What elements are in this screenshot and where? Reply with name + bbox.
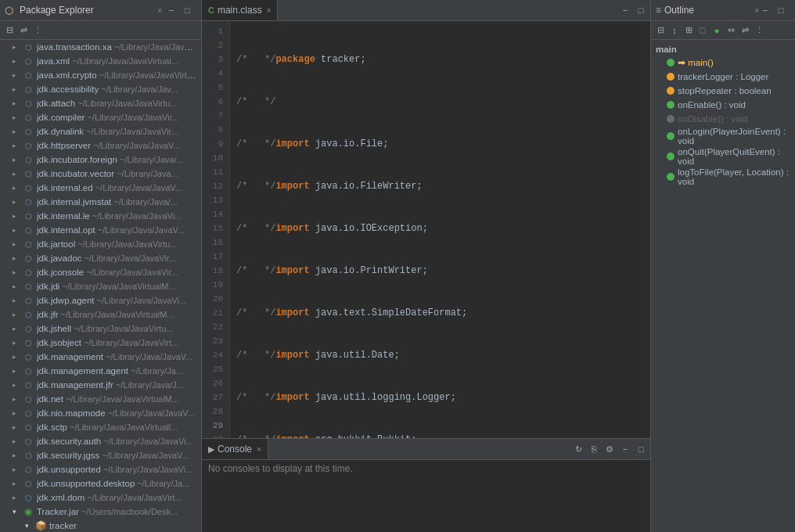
pkg-icon: ⬡: [22, 55, 34, 67]
console-message: No consoles to display at this time.: [208, 463, 353, 474]
pkg-icon: ⬡: [22, 322, 34, 335]
tree-item-jdk-xml-dom[interactable]: ▸ ⬡ jdk.xml.dom ~/Library/Java/JavaVirt.…: [0, 491, 201, 505]
editor-tab-main-class[interactable]: C main.class ×: [202, 0, 278, 20]
tree-item-jdk-jshell[interactable]: ▸ ⬡ jdk.jshell ~/Library/Java/JavaVirtu.…: [0, 322, 201, 336]
outline-item-onDisable[interactable]: onDisable() : void: [651, 112, 795, 126]
outline-view-menu-btn[interactable]: ⋮: [753, 24, 765, 37]
tree-item-tracker-pkg[interactable]: ▾ 📦 tracker: [0, 519, 201, 532]
tree-item-jdk-jconsole[interactable]: ▸ ⬡ jdk.jconsole ~/Library/Java/JavaVir.…: [0, 265, 201, 279]
outline-tree[interactable]: main ➡ main() trackerLogger : Logger sto…: [651, 40, 795, 532]
tree-item-jdk-net[interactable]: ▸ ⬡ jdk.net ~/Library/Java/JavaVirtualM.…: [0, 392, 201, 406]
console-tab[interactable]: ▶ Console ×: [202, 439, 268, 459]
console-scroll-lock-btn[interactable]: ↻: [572, 443, 585, 455]
outline-collapse-btn[interactable]: ⊟: [654, 24, 667, 37]
tree-item-jdk-jdi[interactable]: ▸ ⬡ jdk.jdi ~/Library/Java/JavaVirtualM.…: [0, 279, 201, 293]
outline-method-label-4: onLogin(PlayerJoinEvent) : void: [678, 127, 790, 146]
package-explorer-close-btn[interactable]: ×: [157, 6, 162, 15]
tree-item-jdk-internal-ed[interactable]: ▸ ⬡ jdk.internal.ed ~/Library/Java/JavaV…: [0, 181, 201, 195]
tree-item-jdk-httpserver[interactable]: ▸ ⬡ jdk.httpserver ~/Library/Java/JavaV.…: [0, 138, 201, 153]
tree-item-jdk-dynalink[interactable]: ▸ ⬡ jdk.dynalink ~/Library/Java/JavaVir.…: [0, 124, 201, 138]
tree-item-jdk-internal-le[interactable]: ▸ ⬡ jdk.internal.le ~/Library/Java/JavaV…: [0, 209, 201, 223]
pkg-icon: ⬡: [22, 407, 34, 419]
minimize-btn[interactable]: −: [165, 4, 178, 16]
tree-item-jdk-accessibility[interactable]: ▸ ⬡ jdk.accessibility ~/Library/Java/Jav…: [0, 82, 201, 96]
tree-item-jdk-management[interactable]: ▸ ⬡ jdk.management ~/Library/Java/JavaV.…: [0, 350, 201, 364]
pkg-icon: ⬡: [22, 196, 34, 208]
tree-item-jdk-nio-mapmode[interactable]: ▸ ⬡ jdk.nio.mapmode ~/Library/Java/JavaV…: [0, 406, 201, 420]
tree-item-jdk-internal-opt[interactable]: ▸ ⬡ jdk.internal.opt ~/Library/Java/Java…: [0, 223, 201, 237]
tree-item-jdk-management-jfr[interactable]: ▸ ⬡ jdk.management.jfr ~/Library/Java/J.…: [0, 378, 201, 392]
code-scroll-area[interactable]: 1 2 3 4 5 6 7 8 9 10 11 12 13 14 15 16 1: [202, 21, 650, 438]
tree-item-jdk-incubator-foreign[interactable]: ▸ ⬡ jdk.incubator.foreign ~/Library/Java…: [0, 153, 201, 167]
outline-class-name: main: [651, 43, 795, 56]
tree-item-jdk-security-auth[interactable]: ▸ ⬡ jdk.security.auth ~/Library/Java/Jav…: [0, 434, 201, 448]
console-tab-close-btn[interactable]: ×: [257, 445, 261, 454]
pkg-icon: ⬡: [22, 153, 34, 166]
outline-hide-static-btn[interactable]: ●: [710, 24, 723, 37]
outline-item-onLogin[interactable]: onLogin(PlayerJoinEvent) : void: [651, 126, 795, 146]
outline-link-btn[interactable]: ⇌: [739, 24, 751, 37]
editor-tab-close-btn[interactable]: ×: [267, 6, 272, 15]
tree-item-java-xml-crypto[interactable]: ▸ ⬡ java.xml.crypto ~/Library/Java/JavaV…: [0, 68, 201, 82]
outline-filter-btn[interactable]: ⊞: [682, 24, 695, 37]
tree-item-jdk-security-jgss[interactable]: ▸ ⬡ jdk.security.jgss ~/Library/Java/Jav…: [0, 448, 201, 462]
console-actions: ↻ ⎘ ⚙ − □: [572, 443, 650, 455]
package-explorer-header: ⬡ Package Explorer × − □: [0, 0, 201, 21]
editor-tab-bar: C main.class × − □: [202, 0, 650, 21]
console-copy-btn[interactable]: ⎘: [588, 443, 600, 455]
pkg-icon: ⬡: [22, 139, 34, 152]
pkg-icon: ⬡: [22, 252, 34, 264]
method-visibility-icon-3: [667, 115, 674, 123]
tree-item-jdk-internal-jvmstat[interactable]: ▸ ⬡ jdk.internal.jvmstat ~/Library/Java/…: [0, 195, 201, 209]
outline-sort-btn[interactable]: ↕: [668, 24, 681, 37]
view-menu-btn[interactable]: ⋮: [31, 24, 44, 37]
editor-maximize-btn[interactable]: □: [635, 4, 647, 16]
method-visibility-icon: [667, 59, 674, 66]
outline-item-onEnable[interactable]: onEnable() : void: [651, 98, 795, 112]
tree-item-jdk-attach[interactable]: ▸ ⬡ jdk.attach ~/Library/Java/JavaVirtu.…: [0, 96, 201, 110]
outline-hide-fields-btn[interactable]: ◌: [696, 24, 709, 37]
outline-item-stopRepeater[interactable]: stopRepeater : boolean: [651, 84, 795, 98]
maximize-btn[interactable]: □: [181, 4, 193, 16]
outline-header-icon: ≡: [656, 5, 661, 16]
code-line-6: /* */ import java.io.PrintWriter;: [236, 264, 650, 278]
outline-item-main-method[interactable]: ➡ main(): [651, 56, 795, 70]
tree-item-jdk-incubator-vector[interactable]: ▸ ⬡ jdk.incubator.vector ~/Library/Java.…: [0, 167, 201, 181]
code-content[interactable]: /* */ package tracker; /* */ /* */ impor…: [230, 21, 650, 438]
outline-item-logToFile[interactable]: logToFile(Player, Location) : void: [651, 167, 795, 187]
tree-item-jdk-javadoc[interactable]: ▸ ⬡ jdk.javadoc ~/Library/Java/JavaVir..…: [0, 251, 201, 265]
outline-sync-btn[interactable]: ⇔: [725, 24, 737, 37]
field-visibility-icon-2: [667, 87, 674, 95]
outline-maximize-btn[interactable]: □: [775, 4, 787, 16]
pkg-icon: ⬡: [22, 435, 34, 448]
pkg-icon: ⬡: [22, 280, 34, 293]
tree-item-jdk-jfr[interactable]: ▸ ⬡ jdk.jfr ~/Library/Java/JavaVirtualM.…: [0, 307, 201, 322]
code-editor[interactable]: 1 2 3 4 5 6 7 8 9 10 11 12 13 14 15 16 1: [202, 21, 650, 438]
tree-item-jdk-sctp[interactable]: ▸ ⬡ jdk.sctp ~/Library/Java/JavaVirtuall…: [0, 420, 201, 434]
tree-item-jdk-jsobject[interactable]: ▸ ⬡ jdk.jsobject ~/Library/Java/JavaVirt…: [0, 336, 201, 350]
console-minimize-btn[interactable]: −: [619, 443, 631, 455]
pkg-icon: ⬡: [22, 393, 34, 405]
collapse-all-btn[interactable]: ⊟: [3, 24, 16, 37]
tree-item-tracker-jar[interactable]: ▾ ◉ Tracker.jar ~/Users/macbook/Desk...: [0, 505, 201, 519]
tree-item-java-xml[interactable]: ▸ ⬡ java.xml ~/Library/Java/JavaVirtual.…: [0, 54, 201, 68]
package-explorer-tree[interactable]: ▸ ⬡ java.transaction.xa ~/Library/Java/J…: [0, 40, 201, 532]
tree-item-jdk-unsupported-desktop[interactable]: ▸ ⬡ jdk.unsupported.desktop ~/Library/Ja…: [0, 476, 201, 491]
console-maximize-btn[interactable]: □: [635, 443, 647, 455]
editor-minimize-btn[interactable]: −: [619, 4, 631, 16]
tree-item-jdk-management-agent[interactable]: ▸ ⬡ jdk.management.agent ~/Library/Ja...: [0, 364, 201, 378]
outline-item-trackerLogger[interactable]: trackerLogger : Logger: [651, 70, 795, 84]
outline-item-onQuit[interactable]: onQuit(PlayerQuitEvent) : void: [651, 146, 795, 167]
tree-item-java-transaction-xa[interactable]: ▸ ⬡ java.transaction.xa ~/Library/Java/J…: [0, 40, 201, 54]
link-with-editor-btn[interactable]: ⇌: [17, 24, 30, 37]
pkg-icon: ⬡: [22, 167, 34, 180]
tree-item-jdk-unsupported[interactable]: ▸ ⬡ jdk.unsupported ~/Library/Java/JavaV…: [0, 462, 201, 476]
outline-minimize-btn[interactable]: −: [759, 4, 772, 16]
console-tab-label: Console: [218, 444, 252, 455]
package-explorer-title: Package Explorer: [20, 5, 153, 16]
tree-item-jdk-jartool[interactable]: ▸ ⬡ jdk.jartool ~/Library/Java/JavaVirtu…: [0, 237, 201, 251]
tree-item-jdk-jdwp-agent[interactable]: ▸ ⬡ jdk.jdwp.agent ~/Library/Java/JavaVi…: [0, 293, 201, 307]
console-settings-btn[interactable]: ⚙: [603, 443, 616, 455]
console-panel: ▶ Console × ↻ ⎘ ⚙ − □ No consoles to dis…: [202, 438, 650, 532]
tree-item-jdk-compiler[interactable]: ▸ ⬡ jdk.compiler ~/Library/Java/JavaVir.…: [0, 110, 201, 124]
